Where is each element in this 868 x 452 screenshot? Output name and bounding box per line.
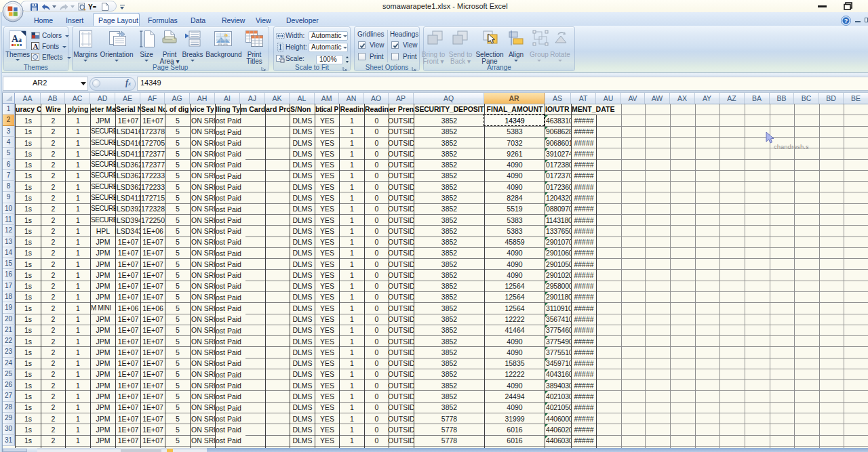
svg-text:A: A xyxy=(33,42,39,50)
svg-text:?: ? xyxy=(844,18,848,24)
svg-text:a: a xyxy=(18,36,22,43)
